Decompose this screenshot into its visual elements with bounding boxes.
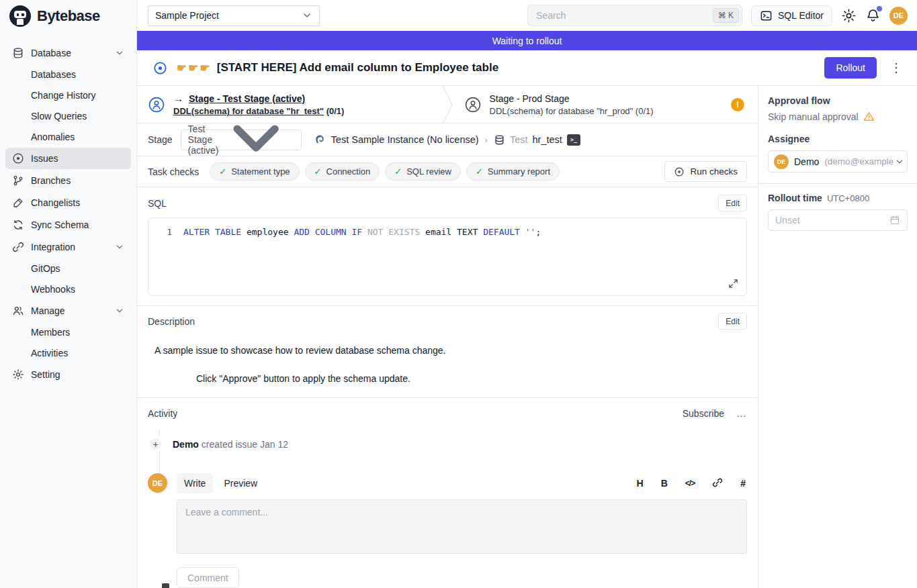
- sidebar-item-branches[interactable]: Branches: [5, 170, 131, 191]
- check-pill-connection[interactable]: ✓Connection: [305, 162, 380, 181]
- event-actor: Demo: [173, 439, 199, 450]
- check-pill-label: SQL review: [406, 166, 451, 177]
- description-text: Click "Approve" button to apply the sche…: [196, 373, 747, 384]
- sidebar-item-setting[interactable]: Setting: [5, 364, 131, 385]
- tab-preview[interactable]: Preview: [216, 473, 265, 493]
- expand-icon[interactable]: [728, 278, 739, 289]
- sidebar-item-label: Activities: [31, 348, 68, 358]
- activity-label: Activity: [148, 408, 177, 419]
- sidebar-item-label: Integration: [31, 242, 75, 252]
- sidebar-item-gitops[interactable]: GitOps: [5, 258, 131, 279]
- database-name[interactable]: hr_test: [533, 134, 562, 145]
- search-box: ⌘ K: [527, 5, 742, 26]
- sidebar-item-database[interactable]: Database: [5, 42, 131, 64]
- notification-dot: [877, 6, 882, 11]
- current-stage-arrow: →: [173, 93, 183, 104]
- check-icon: ✓: [476, 166, 483, 177]
- database-icon: [12, 47, 24, 59]
- heading-icon[interactable]: H: [637, 478, 644, 489]
- instance-name[interactable]: Test Sample Instance (No license): [331, 134, 479, 145]
- sidebar-item-manage[interactable]: Manage: [5, 300, 131, 322]
- sidebar-item-members[interactable]: Members: [5, 322, 131, 342]
- sql-edit-button[interactable]: Edit: [718, 195, 747, 211]
- kebab-menu-icon[interactable]: ⋮: [886, 60, 906, 75]
- search-input[interactable]: [527, 5, 742, 26]
- sidebar-item-anomalies[interactable]: Anomalies: [5, 127, 131, 147]
- sidebar-item-label: Branches: [31, 175, 71, 186]
- stage-select-value: Test Stage (active): [188, 124, 219, 156]
- sidebar-item-sync-schema[interactable]: Sync Schema: [5, 214, 131, 236]
- sidebar-item-slow-queries[interactable]: Slow Queries: [5, 106, 131, 126]
- sidebar-item-label: Manage: [31, 305, 65, 316]
- comment-button[interactable]: Comment: [177, 567, 239, 588]
- changelist-icon: [12, 197, 24, 209]
- sidebar-item-integration[interactable]: Integration: [5, 236, 131, 258]
- sidebar-item-label: Databases: [31, 69, 76, 80]
- run-checks-button[interactable]: Run checks: [664, 161, 747, 182]
- description-edit-button[interactable]: Edit: [718, 313, 747, 330]
- link-icon[interactable]: [712, 477, 723, 490]
- comment-input[interactable]: [177, 499, 747, 554]
- brand-logo[interactable]: Bytebase: [0, 0, 136, 32]
- issue-detail: → Stage - Test Stage (active) DDL(schema…: [137, 86, 758, 588]
- task-checks-list: ✓Statement type✓Connection✓SQL review✓Su…: [210, 162, 560, 181]
- rollout-time-input[interactable]: Unset: [768, 209, 908, 231]
- rollout-button[interactable]: Rollout: [824, 57, 877, 79]
- issue-header: ☛☛☛ [START HERE] Add email column to Emp…: [137, 50, 917, 86]
- sidebar-item-changelists[interactable]: Changelists: [5, 192, 131, 213]
- sidebar-item-label: Anomalies: [31, 132, 75, 142]
- user-avatar[interactable]: DE: [889, 7, 908, 25]
- settings-gear-icon[interactable]: [841, 8, 857, 23]
- rollout-time-label: Rollout time: [768, 193, 822, 203]
- check-pill-statement-type[interactable]: ✓Statement type: [210, 162, 299, 181]
- run-checks-icon: [674, 166, 685, 177]
- sidebar-item-databases[interactable]: Databases: [5, 64, 131, 85]
- sql-editor-label: SQL Editor: [778, 10, 824, 21]
- assignee-name: Demo: [794, 156, 819, 167]
- subscribe-button[interactable]: Subscribe: [683, 408, 724, 419]
- project-selector[interactable]: Sample Project: [148, 5, 320, 26]
- sql-code-editor[interactable]: 1 ALTER TABLE employee ADD COLUMN IF NOT…: [148, 217, 747, 296]
- sidebar-nav: DatabaseDatabasesChange HistorySlow Quer…: [0, 32, 136, 385]
- code-icon[interactable]: </>: [685, 479, 695, 488]
- sql-statement: ALTER TABLE employee ADD COLUMN IF NOT E…: [183, 226, 541, 238]
- check-pill-label: Summary report: [488, 166, 550, 177]
- content-row: → Stage - Test Stage (active) DDL(schema…: [137, 86, 917, 588]
- sidebar-item-label: Database: [31, 48, 71, 58]
- activity-more-icon[interactable]: …: [736, 407, 747, 419]
- hash-icon[interactable]: #: [740, 478, 746, 489]
- description-section: Description Edit A sample issue to showc…: [137, 306, 758, 398]
- check-pill-summary-report[interactable]: ✓Summary report: [466, 162, 560, 181]
- sidebar-item-activities[interactable]: Activities: [5, 343, 131, 363]
- terminal-icon: [760, 9, 773, 22]
- sidebar-item-issues[interactable]: Issues: [5, 148, 131, 169]
- comment-editor: DE Write Preview HB</># Comment: [148, 473, 747, 588]
- description-label: Description: [148, 316, 195, 327]
- sidebar-item-webhooks[interactable]: Webhooks: [5, 279, 131, 299]
- issues-icon: [12, 152, 24, 164]
- gear-icon: [12, 369, 24, 381]
- assignee-select[interactable]: DE Demo (demo@example: [768, 150, 908, 173]
- run-checks-label: Run checks: [690, 166, 738, 177]
- stage-select[interactable]: Test Stage (active): [181, 130, 302, 150]
- stage-name: Stage - Prod Stage: [490, 93, 570, 104]
- chevron-down-icon: [895, 157, 904, 166]
- sidebar-item-change-history[interactable]: Change History: [5, 85, 131, 105]
- issue-sidebar: Approval flow Skip manual approval Assig…: [758, 86, 917, 588]
- sql-label: SQL: [148, 198, 167, 209]
- bold-icon[interactable]: B: [661, 478, 668, 489]
- open-in-sql-editor-icon[interactable]: >_: [567, 134, 580, 146]
- line-number: 1: [148, 226, 183, 238]
- check-pill-sql-review[interactable]: ✓SQL review: [385, 162, 461, 181]
- tab-write[interactable]: Write: [177, 473, 213, 493]
- main-area: Sample Project ⌘ K SQL Editor: [137, 0, 917, 588]
- breadcrumb-separator: ›: [485, 135, 488, 145]
- stage-card-prod[interactable]: Stage - Prod Stage DDL(schema) for datab…: [453, 86, 758, 123]
- sql-editor-button[interactable]: SQL Editor: [751, 5, 832, 26]
- check-pill-label: Statement type: [231, 166, 290, 177]
- issue-title-text: [START HERE] Add email column to Employe…: [217, 61, 498, 75]
- users-icon: [12, 305, 24, 317]
- task-checks-label: Task checks: [148, 166, 199, 177]
- notification-bell-icon[interactable]: [865, 8, 881, 23]
- stage-label: Stage: [148, 134, 173, 145]
